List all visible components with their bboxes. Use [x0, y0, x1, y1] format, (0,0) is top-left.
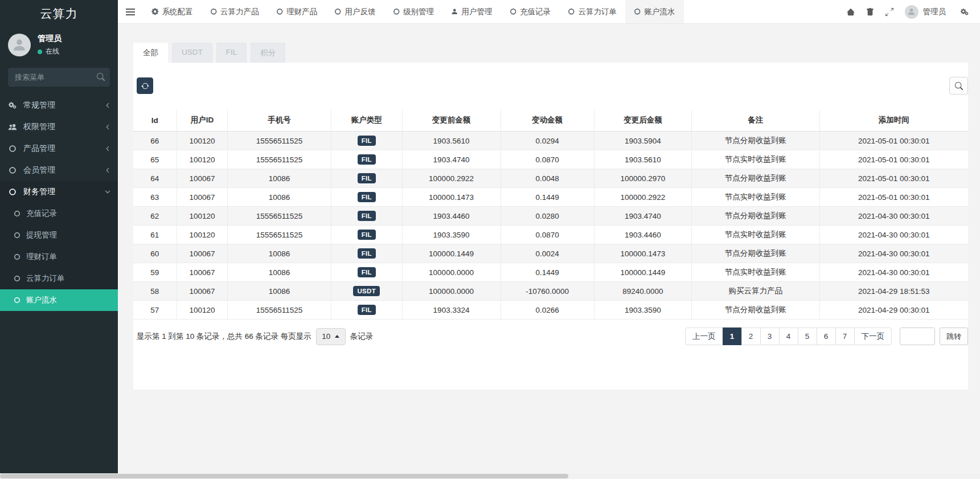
prev-page-button[interactable]: 上一页 [685, 327, 723, 345]
sidebar-item-2[interactable]: 产品管理 [0, 138, 118, 159]
table-row: 6210012015556511525FIL1903.44600.0280190… [133, 207, 968, 226]
table-row: 6410006710086FIL100000.29220.0048100000.… [133, 169, 968, 188]
account-type-badge: FIL [358, 267, 376, 277]
sidebar-subitem-3[interactable]: 云算力订单 [0, 268, 118, 289]
table-cell: 58 [133, 282, 177, 301]
refresh-button[interactable] [137, 77, 153, 94]
navbar-tab-5[interactable]: 用户管理 [442, 0, 501, 23]
navbar-tab-2[interactable]: 理财产品 [268, 0, 326, 23]
table-panel: Id用户ID手机号账户类型变更前金额变动金额变更后金额备注添加时间 661001… [133, 63, 968, 390]
table-cell: 1903.4460 [402, 207, 501, 226]
navbar-tab-6[interactable]: 充值记录 [501, 0, 560, 23]
table-cell: 59 [133, 263, 177, 282]
sidebar-item-3[interactable]: 会员管理 [0, 159, 118, 181]
page-button-7[interactable]: 7 [835, 327, 855, 345]
sidebar-subitem-0[interactable]: 充值记录 [0, 203, 118, 224]
table-row: 6610012015556511525FIL1903.56100.0294190… [133, 132, 968, 150]
sidebar-subitem-label: 充值记录 [26, 208, 57, 219]
home-button[interactable] [841, 0, 860, 23]
navbar-tab-4[interactable]: 级别管理 [384, 0, 443, 23]
page-button-4[interactable]: 4 [779, 327, 798, 345]
navbar-tab-0[interactable]: 系统配置 [143, 0, 202, 23]
navbar-tab-3[interactable]: 用户反馈 [326, 0, 384, 23]
table-cell: 100067 [177, 263, 227, 282]
sidebar-item-4[interactable]: 财务管理 [0, 181, 118, 203]
page-button-3[interactable]: 3 [760, 327, 780, 345]
user-icon [451, 8, 458, 15]
search-icon[interactable] [97, 73, 105, 81]
page-button-6[interactable]: 6 [817, 327, 836, 345]
table-cell: 1903.5904 [594, 132, 692, 150]
navbar-tab-7[interactable]: 云算力订单 [559, 0, 625, 23]
table-cell: 2021-04-29 00:30:01 [819, 301, 968, 320]
horizontal-scrollbar[interactable] [0, 473, 980, 479]
navbar-tab-label: 充值记录 [520, 7, 551, 17]
menu-search-input[interactable] [8, 68, 110, 87]
table-cell: 0.0870 [501, 150, 594, 169]
account-type-badge: FIL [358, 192, 376, 202]
table-cell: 0.1449 [501, 188, 594, 207]
column-header: 备注 [692, 109, 819, 132]
table-cell: 100000.2970 [594, 169, 692, 188]
navbar-tabs: 系统配置 云算力产品 理财产品 用户反馈 级别管理 用户管理 充值记录 云算力订… [143, 0, 684, 23]
table-cell: 节点分期收益到账 [692, 169, 819, 188]
gears-icon [961, 8, 969, 16]
tab-1[interactable]: USDT [172, 43, 212, 63]
table-cell: 61 [133, 226, 177, 244]
page-button-2[interactable]: 2 [741, 327, 761, 345]
tab-0[interactable]: 全部 [133, 43, 168, 63]
menu-group: 产品管理 [0, 138, 118, 159]
sidebar-item-0[interactable]: 常规管理 [0, 95, 118, 116]
records-info: 显示第 1 到第 10 条记录，总共 66 条记录 每页显示 10 条记录 [137, 328, 373, 345]
jump-button[interactable]: 跳转 [940, 327, 968, 345]
sidebar-subitem-1[interactable]: 提现管理 [0, 224, 118, 246]
tab-3[interactable]: 积分 [251, 43, 285, 63]
table-cell: 2021-04-29 18:51:53 [819, 282, 968, 301]
table-cell: 节点分期收益到账 [692, 207, 819, 226]
table-cell: 1903.5610 [594, 150, 692, 169]
table-cell: 1903.4740 [402, 150, 501, 169]
fullscreen-button[interactable] [880, 0, 899, 23]
sidebar-menu: 常规管理 权限管理 产品管理 会员管理 财务管理 充值记录 提现管理 [0, 95, 118, 311]
next-page-button[interactable]: 下一页 [854, 327, 892, 345]
table-search-button[interactable] [949, 77, 968, 95]
tab-2[interactable]: FIL [216, 43, 247, 63]
navbar-tab-8[interactable]: 账户流水 [625, 0, 684, 23]
navbar-tab-label: 用户管理 [462, 7, 493, 17]
scrollbar-thumb[interactable] [0, 474, 568, 478]
table-cell: 0.0048 [501, 169, 594, 188]
sidebar-toggle-button[interactable] [118, 0, 143, 23]
trash-icon [866, 8, 874, 16]
gears-icon [9, 101, 22, 109]
sidebar-subitem-2[interactable]: 理财订单 [0, 246, 118, 268]
table-cell: 1903.3324 [402, 301, 501, 320]
table-row: 5710012015556511525FIL1903.33240.0266190… [133, 301, 968, 320]
records-info-prefix: 显示第 1 到第 10 条记录，总共 66 条记录 每页显示 [137, 331, 311, 342]
sidebar-item-1[interactable]: 权限管理 [0, 116, 118, 138]
column-header: 添加时间 [819, 109, 968, 132]
table-cell: 0.0024 [501, 244, 594, 263]
table-cell: 100067 [177, 188, 227, 207]
navbar-tab-1[interactable]: 云算力产品 [202, 0, 268, 23]
per-page-select[interactable]: 10 [316, 328, 346, 345]
sidebar-subitem-label: 理财订单 [26, 252, 57, 262]
account-type-badge: FIL [358, 154, 376, 165]
page-button-1[interactable]: 1 [723, 327, 742, 345]
navbar-user-name[interactable]: 管理员 [923, 7, 946, 17]
account-type-badge: FIL [358, 230, 376, 240]
table-cell: 0.0294 [501, 132, 594, 150]
navbar-avatar[interactable] [905, 5, 919, 19]
search-icon [955, 82, 963, 90]
sidebar-subitem-4[interactable]: 账户流水 [0, 289, 118, 311]
circle-icon [9, 145, 22, 153]
column-header: 用户ID [177, 109, 227, 132]
cell-account-type: USDT [331, 282, 402, 301]
clear-cache-button[interactable] [860, 0, 880, 23]
sidebar-item-label: 常规管理 [23, 100, 104, 110]
settings-button[interactable] [955, 0, 974, 23]
avatar[interactable] [8, 34, 31, 56]
page-button-5[interactable]: 5 [798, 327, 817, 345]
table-cell: 63 [133, 188, 177, 207]
jump-page-input[interactable] [900, 327, 935, 345]
table-cell: 15556511525 [228, 132, 331, 150]
